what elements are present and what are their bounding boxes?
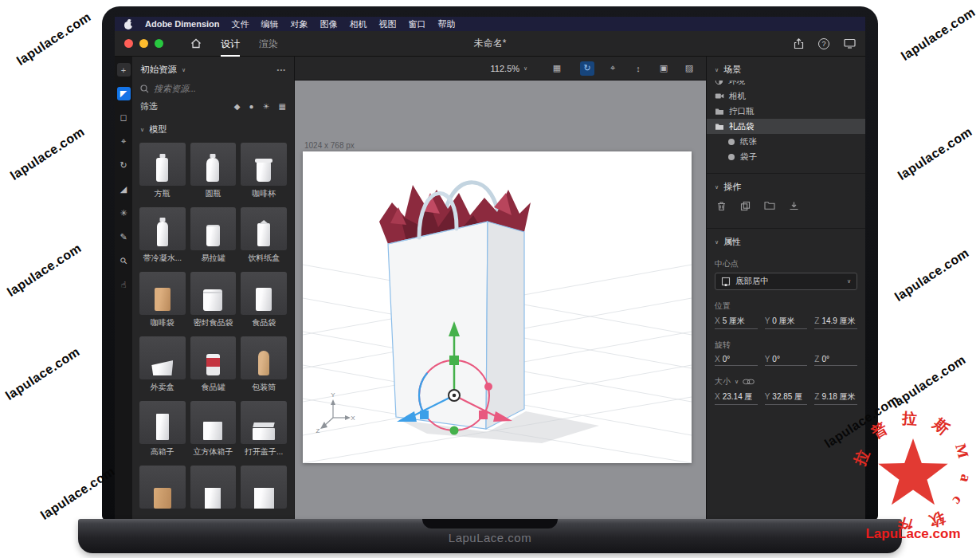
chevron-down-icon[interactable]: ∨ [715, 184, 719, 191]
chevron-down-icon[interactable]: ∨ [182, 67, 186, 73]
model-square-bottle[interactable]: 方瓶 [139, 143, 186, 199]
home-icon[interactable] [190, 38, 202, 49]
menu-image[interactable]: 图像 [320, 18, 338, 30]
model-open-lid-box[interactable]: 打开盖子... [241, 401, 287, 458]
scene-item-gift-bag[interactable]: 礼品袋 [707, 119, 865, 134]
apple-logo-icon[interactable] [124, 19, 133, 29]
orbit-camera-icon[interactable]: ↻ [580, 61, 594, 76]
scene-item-twist-bottle[interactable]: 拧口瓶 [707, 104, 865, 119]
dolly-camera-icon[interactable]: ↕ [631, 61, 645, 76]
sampler-tool[interactable]: ✎ [117, 230, 131, 244]
model-filter-icon[interactable]: ◆ [234, 102, 241, 111]
model-takeout-box[interactable]: 外卖盒 [139, 336, 186, 393]
model-packaging-tube[interactable]: 包装筒 [241, 336, 287, 393]
stamp-seal: 拉普拉斯Mac软件 [849, 410, 977, 529]
menu-edit[interactable]: 编辑 [261, 18, 279, 30]
model-coffee-cup[interactable]: 咖啡杯 [241, 143, 287, 199]
screen: Adobe Dimension 文件 编辑 对象 图像 相机 视图 窗口 帮助 [115, 17, 865, 521]
menubar-app-name[interactable]: Adobe Dimension [145, 19, 220, 29]
model-food-bag[interactable]: 食品袋 [241, 272, 287, 328]
size-row: X23.14 厘 Y32.85 厘 Z9.18 厘米 [707, 389, 865, 410]
document-canvas[interactable]: Y X Z [303, 151, 692, 463]
group-icon[interactable] [764, 201, 775, 211]
share-icon[interactable] [794, 38, 804, 49]
mesh-icon [727, 153, 735, 161]
tab-design[interactable]: 设计 [221, 31, 240, 57]
marquee-tool[interactable]: ◻ [117, 111, 131, 124]
light-filter-icon[interactable]: ☀ [263, 102, 270, 111]
model-round-bottle[interactable]: 圆瓶 [190, 143, 237, 199]
scene-item-environment[interactable]: 环境 [707, 81, 865, 88]
minimize-window-button[interactable] [139, 39, 148, 48]
help-icon[interactable]: ? [818, 38, 829, 49]
zoom-window-button[interactable] [155, 39, 163, 48]
menu-help[interactable]: 帮助 [438, 18, 456, 30]
publish-icon[interactable] [844, 38, 856, 49]
add-tool[interactable]: + [117, 63, 131, 77]
menu-file[interactable]: 文件 [232, 18, 249, 30]
viewport-stage[interactable]: 1024 x 768 px [295, 81, 706, 521]
chevron-down-icon[interactable]: ∨ [735, 379, 739, 385]
zoom-tool[interactable]: ⚲ [115, 251, 133, 270]
camera-bookmark-icon[interactable]: ▣ [657, 61, 671, 76]
position-row: X5 厘米 Y0 厘米 Z14.9 厘米 [707, 313, 865, 334]
size-z-field[interactable]: Z9.18 厘米 [814, 391, 857, 405]
model-drink-carton[interactable]: 饮料纸盒 [241, 207, 287, 264]
model-partial[interactable] [190, 466, 237, 509]
model-partial[interactable] [139, 466, 186, 509]
match-image-icon[interactable]: ▨ [682, 61, 696, 76]
tab-render[interactable]: 渲染 [259, 31, 278, 57]
chevron-down-icon[interactable]: ∨ [140, 127, 144, 133]
rotation-z-field[interactable]: Z0° [814, 355, 857, 366]
axis-indicator: Y X Z [316, 391, 356, 434]
model-water-bottle[interactable]: 带冷凝水... [139, 207, 186, 264]
pivot-select[interactable]: 底部居中 ∨ [715, 273, 857, 290]
assets-panel-title[interactable]: 初始资源 [140, 64, 177, 76]
size-y-field[interactable]: Y32.85 厘 [765, 391, 808, 405]
delete-icon[interactable] [716, 201, 727, 211]
model-tall-box[interactable]: 高箱子 [139, 401, 186, 458]
position-y-field[interactable]: Y0 厘米 [765, 316, 808, 329]
menu-window[interactable]: 窗口 [409, 18, 426, 30]
rotate-tool[interactable]: ↻ [117, 159, 131, 172]
material-filter-icon[interactable]: ● [249, 102, 254, 111]
model-soda-can[interactable]: 易拉罐 [190, 207, 237, 264]
export-icon[interactable] [789, 201, 799, 211]
position-x-field[interactable]: X5 厘米 [715, 316, 758, 329]
rotation-x-field[interactable]: X0° [715, 355, 758, 366]
pan-camera-icon[interactable]: ⌖ [606, 61, 620, 76]
hand-tool[interactable]: ☝ [117, 278, 131, 292]
close-window-button[interactable] [124, 39, 133, 48]
viewport-svg[interactable]: Y X Z [303, 151, 692, 463]
model-cube-box[interactable]: 立方体箱子 [190, 401, 237, 458]
camera-icon [715, 92, 724, 100]
menu-view[interactable]: 视图 [379, 18, 397, 30]
mesh-icon [727, 138, 735, 146]
size-x-field[interactable]: X23.14 厘 [715, 391, 758, 405]
watermark: lapulace.com [14, 10, 94, 69]
position-z-field[interactable]: Z14.9 厘米 [814, 316, 857, 329]
model-food-can[interactable]: 食品罐 [190, 336, 237, 393]
search-input[interactable] [154, 84, 273, 93]
model-coffee-bag[interactable]: 咖啡袋 [139, 272, 186, 328]
select-tool[interactable]: ◤ [117, 87, 131, 100]
grid-view-icon[interactable]: ▦ [550, 61, 564, 76]
chevron-down-icon[interactable]: ∨ [715, 239, 719, 246]
scene-item-paper[interactable]: 纸张 [707, 134, 865, 149]
scale-tool[interactable]: ◢ [117, 183, 131, 196]
menu-camera[interactable]: 相机 [350, 18, 367, 30]
link-icon[interactable] [743, 379, 755, 385]
move-tool[interactable]: ⌖ [117, 135, 131, 148]
scene-item-camera[interactable]: 相机 [707, 88, 865, 104]
model-sealed-pouch[interactable]: 密封食品袋 [190, 272, 237, 328]
magic-wand-tool[interactable]: ✳ [117, 206, 131, 220]
rotation-y-field[interactable]: Y0° [765, 355, 808, 366]
image-filter-icon[interactable]: ▦ [279, 102, 286, 111]
chevron-down-icon[interactable]: ∨ [715, 67, 719, 73]
menu-object[interactable]: 对象 [291, 18, 308, 30]
panel-menu-button[interactable]: ••• [277, 66, 286, 73]
scene-item-bag[interactable]: 袋子 [707, 149, 865, 164]
duplicate-icon[interactable] [740, 201, 751, 211]
zoom-control[interactable]: 112.5% ∨ [491, 64, 528, 73]
model-partial[interactable] [241, 466, 287, 509]
